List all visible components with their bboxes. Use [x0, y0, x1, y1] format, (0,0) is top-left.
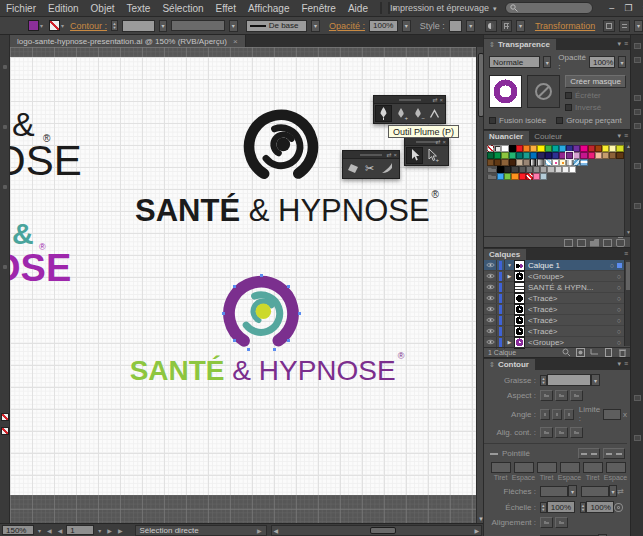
- join-bevel-button[interactable]: [564, 409, 574, 420]
- color-swatch[interactable]: [533, 173, 540, 180]
- arrange-documents-icon[interactable]: ▾: [388, 2, 390, 14]
- weight-stepper[interactable]: ▲▼: [540, 375, 547, 386]
- target-circle-icon[interactable]: ○: [617, 295, 621, 302]
- color-swatch[interactable]: [545, 152, 552, 159]
- black-logo-text[interactable]: SANTÉ & HYPNOSE®: [130, 193, 442, 229]
- color-swatch[interactable]: [501, 152, 508, 159]
- select-similar-icon[interactable]: [619, 20, 631, 32]
- layer-edit-column[interactable]: [497, 337, 505, 347]
- dash-value-field[interactable]: [491, 462, 511, 473]
- layer-thumbnail[interactable]: [514, 260, 525, 271]
- collapsed-dock-strip[interactable]: [630, 35, 643, 536]
- stroke-none-indicator[interactable]: [1, 427, 9, 435]
- layer-name[interactable]: <Groupe>: [528, 338, 617, 347]
- color-swatch[interactable]: [588, 145, 595, 152]
- color-swatch[interactable]: [509, 145, 516, 152]
- color-swatch[interactable]: [501, 159, 508, 166]
- panel-close-icon[interactable]: ×: [439, 97, 443, 103]
- panel-opacity-field[interactable]: 100%: [589, 56, 615, 68]
- minimize-button[interactable]: –: [607, 3, 618, 13]
- prev-artboard-icon[interactable]: ◀: [56, 527, 65, 534]
- dash-value-field[interactable]: [514, 462, 534, 473]
- dash-value-field[interactable]: [537, 462, 557, 473]
- select-similar-dropdown[interactable]: ▾: [634, 20, 643, 32]
- last-artboard-icon[interactable]: ▶: [116, 527, 125, 534]
- search-input[interactable]: [505, 2, 593, 14]
- swatch-kinds-icon[interactable]: [577, 239, 586, 247]
- layer-name[interactable]: SANTÉ & HYPN...: [528, 283, 617, 292]
- panel-menu-icon[interactable]: ≡: [624, 40, 628, 48]
- color-swatch[interactable]: [602, 145, 609, 152]
- next-artboard-icon[interactable]: ▶: [105, 527, 114, 534]
- canvas[interactable]: & ® OSE & ® OSE SANTÉ & HYPNOSE®: [10, 47, 484, 523]
- scale-end-stepper[interactable]: ▲▼: [580, 502, 587, 513]
- color-swatch[interactable]: [533, 166, 540, 173]
- cut-tools-panel[interactable]: ⇄× ✂: [342, 150, 400, 179]
- arrow-start-dropdown[interactable]: ▾: [568, 485, 577, 497]
- locate-object-icon[interactable]: [562, 348, 571, 357]
- color-swatch[interactable]: [552, 145, 559, 152]
- transform-link[interactable]: Transformation: [535, 21, 595, 31]
- color-swatch[interactable]: [504, 173, 511, 180]
- color-swatch[interactable]: [523, 145, 530, 152]
- horizontal-scrollbar[interactable]: ◀ ▶: [271, 525, 482, 536]
- anchor-point[interactable]: [247, 348, 250, 351]
- anchor-point[interactable]: [287, 339, 290, 342]
- panel-close-icon[interactable]: ×: [442, 139, 446, 145]
- menu-item[interactable]: Fichier: [0, 3, 42, 14]
- layer-name[interactable]: <Tracé>: [528, 305, 617, 314]
- knife-tool[interactable]: [378, 160, 395, 177]
- cap-round-button[interactable]: [555, 390, 568, 401]
- panel-drag-handle[interactable]: ⇄×: [343, 151, 399, 159]
- layer-edit-column[interactable]: [497, 326, 505, 336]
- isolate-blending-checkbox[interactable]: Fusion isolée: [489, 116, 546, 125]
- style-dropdown[interactable]: ▾: [466, 20, 475, 32]
- new-sublayer-icon[interactable]: [590, 348, 599, 357]
- color-swatch[interactable]: [616, 152, 623, 159]
- align-center-button[interactable]: [540, 427, 553, 438]
- dashed-line-checkbox[interactable]: [490, 453, 498, 455]
- delete-swatch-icon[interactable]: [616, 239, 625, 247]
- arrow-start-select[interactable]: [540, 486, 568, 497]
- link-scales-icon[interactable]: [614, 503, 623, 512]
- layer-thumbnail[interactable]: [514, 315, 525, 326]
- color-swatch[interactable]: [530, 152, 537, 159]
- layer-name[interactable]: <Tracé>: [528, 327, 617, 336]
- color-swatch[interactable]: [559, 159, 566, 166]
- color-swatch[interactable]: [595, 152, 602, 159]
- color-swatch[interactable]: [494, 145, 501, 152]
- expand-arrow-icon[interactable]: ▼: [505, 262, 514, 268]
- menu-item[interactable]: Aide: [342, 3, 374, 14]
- menu-item[interactable]: Edition: [42, 3, 85, 14]
- color-swatch[interactable]: [545, 159, 552, 166]
- layer-row[interactable]: <Tracé> ○: [484, 315, 624, 326]
- make-clipping-mask-icon[interactable]: [576, 348, 585, 357]
- visibility-eye-icon[interactable]: [484, 282, 497, 292]
- target-circle-icon[interactable]: ○: [610, 262, 614, 269]
- brush-dropdown[interactable]: ▾: [311, 20, 320, 32]
- direct-selection-tool[interactable]: +: [423, 147, 440, 164]
- scissors-tool[interactable]: ✂: [361, 160, 378, 177]
- target-circle-icon[interactable]: ○: [617, 306, 621, 313]
- zoom-dropdown[interactable]: ▾: [36, 527, 43, 534]
- layer-name[interactable]: <Tracé>: [528, 294, 617, 303]
- layer-name[interactable]: <Groupe>: [528, 272, 617, 281]
- opacity-dropdown[interactable]: ▾: [402, 20, 411, 32]
- color-swatch[interactable]: [523, 159, 530, 166]
- artboard-dropdown[interactable]: ▾: [96, 527, 103, 534]
- visibility-eye-icon[interactable]: [484, 326, 497, 336]
- color-swatch[interactable]: [487, 152, 494, 159]
- zoom-field[interactable]: 150%: [2, 525, 34, 535]
- weight-field[interactable]: [547, 374, 591, 386]
- delete-anchor-tool[interactable]: −: [409, 105, 426, 122]
- tab-couleur[interactable]: Couleur: [529, 131, 568, 142]
- layer-thumbnail[interactable]: [514, 304, 525, 315]
- blend-mode-select[interactable]: Normale: [489, 56, 540, 68]
- stroke-color-swatch[interactable]: ▾: [49, 20, 64, 31]
- expand-arrow-icon[interactable]: ▶: [505, 339, 514, 345]
- layer-name[interactable]: <Tracé>: [528, 316, 617, 325]
- fill-color-swatch[interactable]: ▾: [28, 20, 43, 31]
- menu-item[interactable]: Texte: [121, 3, 157, 14]
- arrow-end-select[interactable]: [581, 486, 609, 497]
- swatch-libraries-icon[interactable]: [564, 239, 573, 247]
